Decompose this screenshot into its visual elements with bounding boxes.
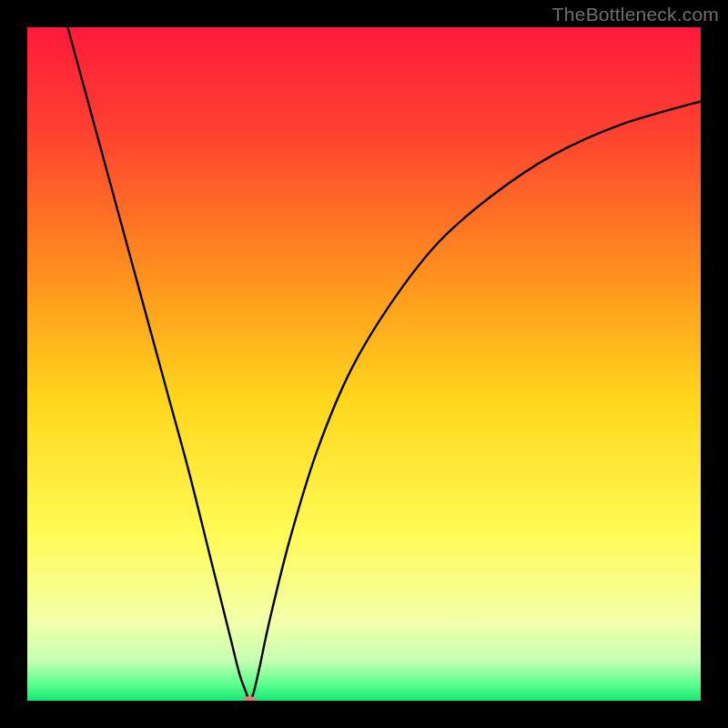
plot-svg xyxy=(27,27,701,701)
plot-area xyxy=(27,27,701,701)
watermark-text: TheBottleneck.com xyxy=(552,4,719,25)
chart-frame: TheBottleneck.com xyxy=(0,0,728,728)
chart-background xyxy=(27,27,701,701)
